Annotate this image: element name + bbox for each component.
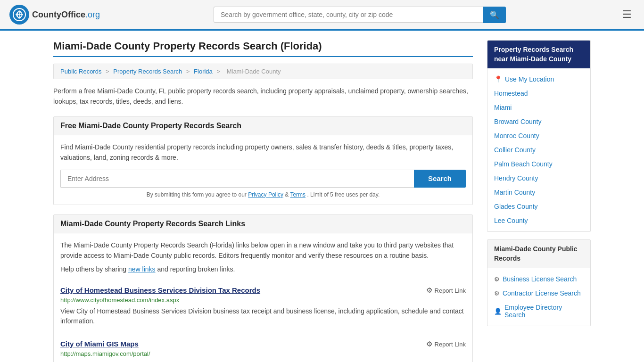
privacy-policy-link[interactable]: Privacy Policy	[248, 191, 283, 198]
address-input[interactable]	[60, 170, 414, 188]
sidebar-contractor-license[interactable]: ⚙ Contractor License Search	[487, 286, 590, 300]
free-search-section: Free Miami-Dade County Property Records …	[53, 116, 473, 205]
logo-icon	[9, 5, 29, 25]
location-pin-icon: 📍	[494, 75, 502, 83]
resource-link-2: City of Miami GIS Maps ⚙ Report Link htt…	[60, 333, 466, 362]
nearby-section: Property Records Search near Miami-Dade …	[487, 40, 591, 232]
logo-area: CountyOffice.org	[9, 5, 100, 25]
sidebar-item-homestead[interactable]: Homestead	[487, 86, 590, 100]
hamburger-menu[interactable]: ☰	[619, 6, 635, 24]
header-search-button[interactable]: 🔍	[483, 7, 506, 23]
page-title: Miami-Dade County Property Records Searc…	[53, 40, 473, 57]
logo-text: CountyOffice.org	[32, 10, 100, 20]
header-search-bar: 🔍	[214, 7, 506, 23]
resource-link-1-header: City of Homestead Business Services Divi…	[60, 286, 466, 295]
links-description: The Miami-Dade County Property Records S…	[60, 240, 466, 261]
address-search-button[interactable]: Search	[414, 170, 466, 188]
sidebar-business-license[interactable]: ⚙ Business License Search	[487, 272, 590, 286]
sidebar-item-palm-beach[interactable]: Palm Beach County	[487, 157, 590, 171]
resource-link-1: City of Homestead Business Services Divi…	[60, 280, 466, 333]
report-link-1-button[interactable]: ⚙ Report Link	[426, 286, 466, 295]
sidebar-item-monroe[interactable]: Monroe County	[487, 129, 590, 143]
public-records-section: Miami-Dade County Public Records ⚙ Busin…	[487, 239, 591, 326]
links-section-title: Miami-Dade County Property Records Searc…	[54, 215, 472, 233]
resource-link-1-desc: View City of Homestead Business Services…	[60, 306, 466, 326]
employee-directory-label: Employee Directory Search	[504, 304, 584, 319]
sidebar: Property Records Search near Miami-Dade …	[487, 40, 591, 362]
sidebar-item-broward[interactable]: Broward County	[487, 115, 590, 129]
report-link-2-button[interactable]: ⚙ Report Link	[426, 340, 466, 348]
free-search-description: Find Miami-Dade County residential prope…	[60, 142, 466, 163]
free-search-title: Free Miami-Dade County Property Records …	[54, 117, 472, 135]
use-my-location-link[interactable]: 📍 Use My Location	[487, 72, 590, 86]
breadcrumb: Public Records > Property Records Search…	[53, 64, 473, 79]
public-records-body: ⚙ Business License Search ⚙ Contractor L…	[487, 268, 590, 326]
intro-description: Perform a free Miami-Dade County, FL pub…	[53, 86, 473, 107]
breadcrumb-public-records[interactable]: Public Records	[60, 68, 101, 75]
breadcrumb-property-records-search[interactable]: Property Records Search	[113, 68, 182, 75]
terms-link[interactable]: Terms	[290, 191, 305, 198]
share-text: Help others by sharing new links and rep…	[60, 265, 466, 273]
resource-link-2-title[interactable]: City of Miami GIS Maps	[60, 340, 139, 348]
sidebar-item-collier[interactable]: Collier County	[487, 143, 590, 157]
header-search-input[interactable]	[214, 7, 483, 23]
gear-icon-1: ⚙	[494, 276, 500, 283]
report-link-1-label: Report Link	[435, 287, 466, 294]
sidebar-employee-directory[interactable]: 👤 Employee Directory Search	[487, 300, 590, 322]
resource-link-1-title[interactable]: City of Homestead Business Services Divi…	[60, 286, 260, 294]
links-section: Miami-Dade County Property Records Searc…	[53, 214, 473, 362]
report-icon-1: ⚙	[426, 286, 432, 295]
business-license-label: Business License Search	[503, 275, 577, 283]
report-link-2-label: Report Link	[435, 341, 466, 348]
gear-icon-2: ⚙	[494, 290, 500, 297]
main-content: Miami-Dade County Property Records Searc…	[53, 40, 473, 362]
address-search-form: Search	[60, 170, 466, 188]
sidebar-item-martin[interactable]: Martin County	[487, 185, 590, 199]
new-links-link[interactable]: new links	[128, 265, 156, 273]
resource-link-2-header: City of Miami GIS Maps ⚙ Report Link	[60, 340, 466, 348]
sidebar-item-miami[interactable]: Miami	[487, 100, 590, 115]
person-icon: 👤	[494, 308, 502, 315]
form-disclaimer: By submitting this form you agree to our…	[60, 191, 466, 198]
sidebar-item-glades[interactable]: Glades County	[487, 199, 590, 214]
use-my-location-label: Use My Location	[505, 75, 554, 83]
sidebar-item-hendry[interactable]: Hendry County	[487, 171, 590, 185]
resource-link-1-url[interactable]: http://www.cityofhomestead.com/index.asp…	[60, 296, 466, 304]
nearby-section-body: 📍 Use My Location Homestead Miami Browar…	[487, 68, 590, 231]
links-section-body: The Miami-Dade County Property Records S…	[54, 233, 472, 362]
site-header: CountyOffice.org 🔍 ☰	[0, 0, 644, 31]
breadcrumb-florida[interactable]: Florida	[194, 68, 213, 75]
breadcrumb-current: Miami-Dade County	[227, 68, 281, 75]
main-wrapper: Miami-Dade County Property Records Searc…	[44, 31, 600, 362]
public-records-header: Miami-Dade County Public Records	[487, 240, 590, 268]
resource-link-2-desc: View City of Miami GIS portal, including…	[60, 360, 466, 362]
report-icon-2: ⚙	[426, 340, 432, 348]
nearby-section-header: Property Records Search near Miami-Dade …	[487, 41, 590, 68]
resource-link-2-url[interactable]: http://maps.miamigov.com/portal/	[60, 350, 466, 357]
free-search-body: Find Miami-Dade County residential prope…	[54, 135, 472, 205]
contractor-license-label: Contractor License Search	[503, 289, 581, 297]
sidebar-item-lee[interactable]: Lee County	[487, 214, 590, 228]
